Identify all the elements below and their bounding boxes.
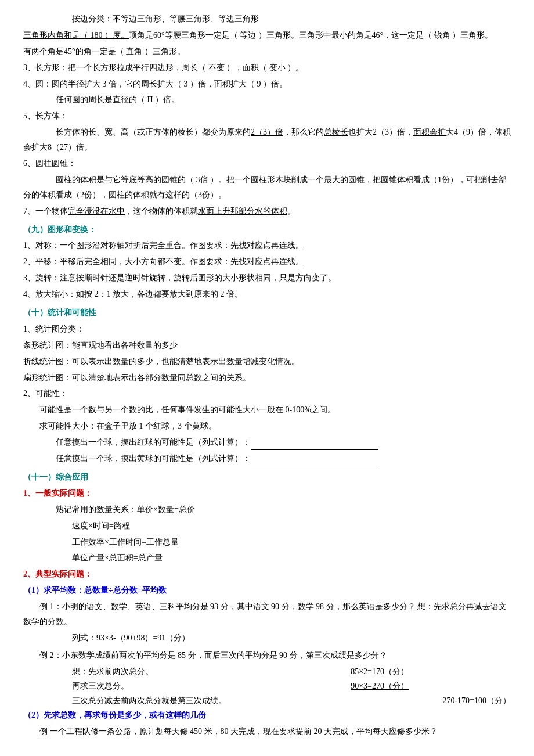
section9-title: （九）图形和变换： (23, 222, 511, 237)
prob-q2-blank (251, 466, 378, 466)
step2-value: 90×3=270（分） (351, 679, 409, 693)
step1-value: 85×2=170（分） (351, 664, 409, 679)
section10-pie-chart: 扇形统计图：可以清楚地表示出各部分数量同总数之间的关系。 (23, 370, 511, 386)
section10-probability-title: 2、可能性： (23, 386, 511, 401)
section11-item1-title: 1、一般实际问题： (23, 486, 511, 501)
section9-item4: 4、放大缩小：如按 2：1 放大，各边都要放大到原来的 2 倍。 (23, 287, 511, 302)
section11-title: （十一）综合应用 (23, 470, 511, 485)
section10-bar-chart: 条形统计图：能直观地看出各种数量的多少 (23, 338, 511, 353)
main-content: 按边分类：不等边三角形、等腰三角形、等边三角形 三角形内角和是（ 180 ）度。… (23, 12, 511, 739)
section11-sub2-example: 例 一个工程队修一条公路，原计划每天修 450 米，80 天完成，现在要求提前 … (23, 724, 511, 739)
prob-q1-blank (251, 449, 378, 450)
section11-formula2: 工作效率×工作时间=工作总量 (23, 535, 511, 550)
step3-value: 270-170=100（分） (442, 693, 511, 708)
section10-title: （十）统计和可能性 (23, 305, 511, 321)
triangle-label: 三角形内角和是（ 180 ）度。 (23, 31, 129, 39)
section10-prob-q1: 任意摸出一个球，摸出红球的可能性是（列式计算）： (23, 435, 511, 450)
cuboid-content-line: 长方体的长、宽、高（或正方体的棱长）都变为原来的2（3）倍，那么它的总棱长也扩大… (23, 125, 511, 155)
circle-line: 4、圆：圆的半径扩大 3 倍，它的周长扩大（ 3 ）倍，面积扩大（ 9 ）倍。 (23, 77, 511, 92)
section11-example2-intro: 例 2：小东数学成绩前两次的平均分是 85 分，而后三次的平均分是 90 分，第… (23, 648, 511, 663)
step1-text: 想：先求前两次总分。 (72, 664, 153, 679)
section10-item1-title: 1、统计图分类： (23, 322, 511, 337)
section10-probability-example: 求可能性大小：在盒子里放 1 个红球，3 个黄球。 (23, 419, 511, 434)
section9-item1: 1、对称：一个图形沿对称轴对折后完全重合。作图要求：先找对应点再连线。 (23, 238, 511, 253)
step2-text: 再求三次总分。 (72, 679, 129, 693)
section11-formula3: 单位产量×总面积=总产量 (23, 550, 511, 566)
section11-example2-steps: 想：先求前两次总分。 85×2=170（分） 再求三次总分。 90×3=270（… (23, 664, 511, 708)
cuboid-title-line: 5、长方体： (23, 109, 511, 124)
section10-probability-desc: 可能性是一个数与另一个数的比，任何事件发生的可能性大小一般在 0-100%之间。 (23, 402, 511, 417)
section11-example1-formula: 列式：93×3-（90+98）=91（分） (23, 631, 511, 646)
circle-pi-line: 任何圆的周长是直径的（ Π ）倍。 (23, 92, 511, 107)
cone-content-line: 圆柱的体积是与它等底等高的圆锥的（ 3倍 ）。把一个圆柱形木块削成一个最大的圆锥… (23, 172, 511, 203)
right-angle-line: 有两个角是45°的角一定是（ 直角 ）三角形。 (23, 44, 511, 59)
step2-row: 再求三次总分。 90×3=270（分） (72, 679, 409, 693)
section9-item3: 3、旋转：注意按顺时针还是逆时针旋转，旋转后图形的大小形状相同，只是方向变了。 (23, 271, 511, 286)
step3-row: 三次总分减去前两次总分就是第三次成绩。 270-170=100（分） (72, 693, 511, 708)
section11-item2-title: 2、典型实际问题： (23, 567, 511, 582)
classification-text: 按边分类：不等边三角形、等腰三角形、等边三角形 (72, 15, 259, 23)
step3-text: 三次总分减去前两次总分就是第三次成绩。 (72, 693, 226, 708)
section11-formula1: 速度×时间=路程 (23, 519, 511, 534)
section11-sub1-title: （1）求平均数：总数量÷总分数=平均数 (23, 583, 511, 598)
water-object-line: 7、一个物体完全浸没在水中，这个物体的体积就水面上升那部分水的体积。 (23, 204, 511, 219)
classification-line: 按边分类：不等边三角形、等腰三角形、等边三角形 (23, 12, 511, 27)
section10-prob-q2: 任意摸出一个球，摸出黄球的可能性是（列式计算）： (23, 451, 511, 466)
section11-example1-intro: 例 1：小明的语文、数学、英语、三科平均分是 93 分，其中语文 90 分，数学… (23, 599, 511, 629)
section9-item2: 2、平移：平移后完全相同，大小方向都不变。作图要求：先找对应点再连线。 (23, 254, 511, 269)
cone-title-line: 6、圆柱圆锥： (23, 156, 511, 171)
section10-line-chart: 折线统计图：可以表示出数量的多少，也能清楚地表示出数量增减变化情况。 (23, 354, 511, 369)
step1-row: 想：先求前两次总分。 85×2=170（分） (72, 664, 409, 679)
rectangle-line: 3、长方形：把一个长方形拉成平行四边形，周长（ 不变 ），面积（ 变小 ）。 (23, 60, 511, 75)
triangle-interior-line: 三角形内角和是（ 180 ）度。顶角是60°等腰三角形一定是（ 等边 ）三角形。… (23, 28, 511, 43)
section11-sub2-title: （2）先求总数，再求每份是多少，或有这样的几份 (23, 708, 511, 723)
section11-formula-intro: 熟记常用的数量关系：单价×数量=总价 (23, 502, 511, 517)
